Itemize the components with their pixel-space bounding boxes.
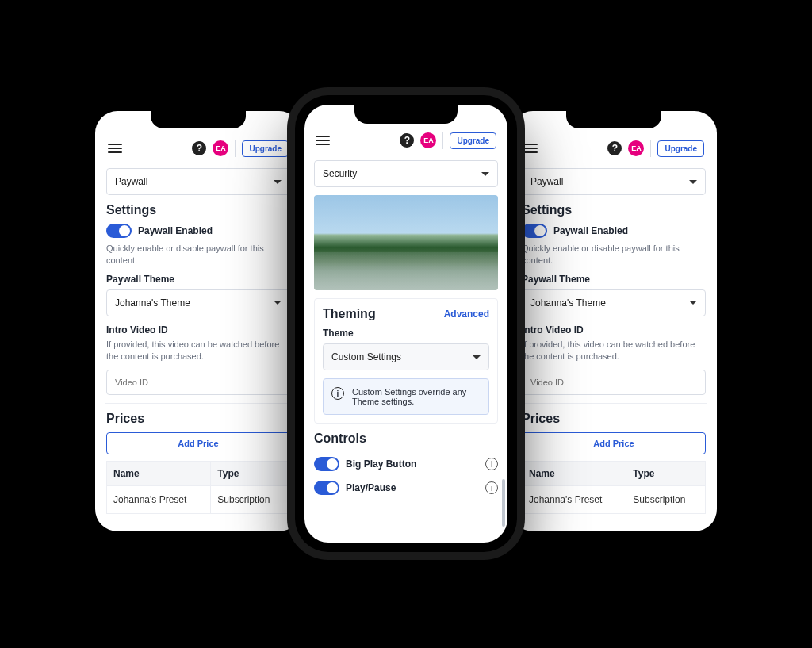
divider	[520, 403, 707, 404]
chevron-down-icon	[481, 172, 489, 176]
cell-name: Johanna's Preset	[523, 485, 626, 513]
chevron-down-icon	[473, 355, 481, 359]
paywall-theme-select[interactable]: Johanna's Theme	[522, 289, 706, 316]
paywall-theme-label: Paywall Theme	[522, 274, 706, 285]
big-play-label: Big Play Button	[346, 458, 416, 470]
cell-name: Johanna's Preset	[107, 485, 211, 513]
menu-icon[interactable]	[523, 144, 538, 153]
table-row[interactable]: Johanna's Preset Subscription	[107, 485, 290, 513]
section-selector-value: Security	[323, 168, 357, 179]
topbar: ? EA Upgrade	[106, 132, 290, 163]
big-play-toggle[interactable]	[314, 457, 339, 471]
settings-title: Settings	[106, 203, 290, 217]
section-selector[interactable]: Paywall	[522, 168, 706, 195]
help-icon[interactable]: ?	[607, 141, 622, 155]
info-icon: i	[331, 387, 344, 400]
phone-frame: ? EA Upgrade Security Theming Advanced T…	[295, 95, 517, 552]
menu-icon[interactable]	[316, 136, 330, 145]
avatar[interactable]: EA	[213, 140, 228, 156]
intro-video-input[interactable]	[522, 370, 706, 395]
col-name: Name	[523, 461, 626, 485]
prices-title: Prices	[106, 412, 290, 426]
theming-card: Theming Advanced Theme Custom Settings i…	[314, 298, 498, 424]
paywall-enabled-helper: Quickly enable or disable paywall for th…	[522, 243, 706, 267]
settings-title: Settings	[522, 203, 706, 217]
divider	[442, 132, 443, 149]
section-selector[interactable]: Paywall	[106, 168, 290, 195]
paywall-theme-value: Johanna's Theme	[115, 297, 190, 309]
prices-table: Name Type Johanna's Preset Subscription	[522, 461, 706, 514]
control-play-pause: Play/Pause i	[314, 476, 498, 500]
advanced-link[interactable]: Advanced	[444, 309, 489, 320]
divider	[235, 140, 236, 157]
paywall-enabled-label: Paywall Enabled	[138, 225, 213, 236]
section-selector-value: Paywall	[115, 176, 147, 187]
info-banner: i Custom Settings override any Theme set…	[323, 378, 489, 415]
prices-title: Prices	[522, 412, 706, 426]
paywall-screen-right: ? EA Upgrade Paywall Settings Paywall En…	[511, 111, 717, 531]
avatar[interactable]: EA	[420, 132, 436, 148]
add-price-button[interactable]: Add Price	[522, 432, 706, 454]
theme-label: Theme	[323, 328, 489, 339]
play-pause-toggle[interactable]	[314, 481, 339, 495]
preview-image	[314, 195, 498, 290]
control-big-play: Big Play Button i	[314, 452, 498, 476]
paywall-enabled-row: Paywall Enabled	[522, 224, 706, 238]
info-icon[interactable]: i	[485, 481, 498, 494]
paywall-screen-left: ? EA Upgrade Paywall Settings Paywall En…	[95, 111, 301, 531]
info-text: Custom Settings override any Theme setti…	[352, 387, 481, 406]
topbar-right: ? EA Upgrade	[400, 132, 496, 149]
help-icon[interactable]: ?	[192, 141, 206, 155]
theme-select[interactable]: Custom Settings	[323, 343, 489, 370]
intro-video-label: Intro Video ID	[522, 324, 706, 336]
col-type: Type	[626, 461, 706, 485]
topbar: ? EA Upgrade	[314, 124, 498, 155]
topbar-right: ? EA Upgrade	[607, 140, 704, 157]
theming-title: Theming	[323, 307, 376, 321]
cell-type: Subscription	[626, 485, 706, 513]
info-icon[interactable]: i	[485, 458, 498, 470]
intro-video-helper: If provided, this video can be watched b…	[522, 339, 706, 363]
col-name: Name	[107, 461, 211, 485]
paywall-enabled-label: Paywall Enabled	[553, 225, 628, 236]
topbar: ? EA Upgrade	[522, 132, 706, 163]
chevron-down-icon	[274, 180, 282, 184]
divider	[105, 403, 292, 404]
intro-video-input[interactable]	[106, 370, 290, 395]
chevron-down-icon	[689, 301, 697, 305]
topbar-right: ? EA Upgrade	[192, 140, 289, 157]
add-price-button[interactable]: Add Price	[106, 432, 290, 454]
chevron-down-icon	[689, 180, 697, 184]
table-row[interactable]: Johanna's Preset Subscription	[523, 485, 706, 513]
paywall-enabled-toggle[interactable]	[106, 224, 132, 238]
section-selector-value: Paywall	[530, 176, 563, 187]
section-selector[interactable]: Security	[314, 160, 498, 187]
controls-title: Controls	[314, 431, 498, 446]
chevron-down-icon	[274, 301, 282, 305]
paywall-enabled-toggle[interactable]	[522, 224, 547, 238]
help-icon[interactable]: ?	[400, 133, 414, 148]
paywall-theme-select[interactable]: Johanna's Theme	[106, 289, 290, 316]
scrollbar[interactable]	[502, 479, 505, 527]
paywall-theme-value: Johanna's Theme	[530, 297, 606, 309]
theming-screen: ? EA Upgrade Security Theming Advanced T…	[304, 105, 508, 543]
col-type: Type	[211, 461, 290, 485]
prices-table: Name Type Johanna's Preset Subscription	[106, 461, 290, 514]
menu-icon[interactable]	[108, 144, 122, 153]
intro-video-label: Intro Video ID	[106, 324, 290, 336]
upgrade-button[interactable]: Upgrade	[242, 140, 289, 157]
cell-type: Subscription	[211, 485, 290, 513]
avatar[interactable]: EA	[628, 140, 644, 156]
upgrade-button[interactable]: Upgrade	[657, 140, 704, 157]
paywall-theme-label: Paywall Theme	[106, 274, 290, 285]
paywall-enabled-row: Paywall Enabled	[106, 224, 290, 238]
play-pause-label: Play/Pause	[346, 482, 396, 493]
theme-value: Custom Settings	[331, 351, 401, 362]
paywall-enabled-helper: Quickly enable or disable paywall for th…	[106, 243, 290, 267]
intro-video-helper: If provided, this video can be watched b…	[106, 339, 290, 363]
divider	[650, 140, 651, 157]
upgrade-button[interactable]: Upgrade	[450, 132, 496, 149]
